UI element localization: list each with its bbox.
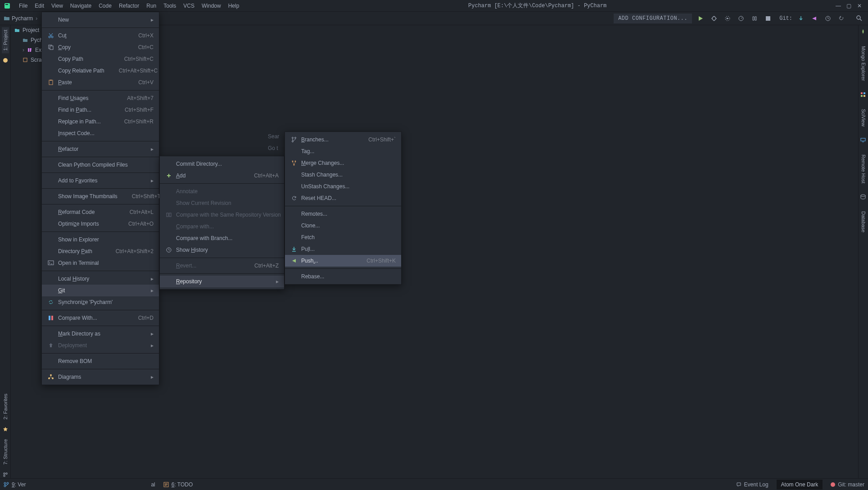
menu-vcs[interactable]: VCS — [180, 1, 198, 11]
concurrency-icon[interactable] — [750, 14, 760, 23]
context-menu-item-13[interactable]: Refactor▸ — [42, 143, 159, 155]
database-tab[interactable]: Database — [860, 209, 867, 234]
context-menu-item-0[interactable]: New▸ — [42, 14, 159, 26]
status-todo[interactable]: 6: TODO — [163, 481, 193, 488]
status-event-log[interactable]: Event Log — [736, 481, 769, 488]
menu-view[interactable]: View — [48, 1, 67, 11]
git-submenu-item-0[interactable]: Commit Directory... — [160, 158, 284, 170]
repo-submenu-item-3[interactable]: Stash Changes... — [285, 169, 401, 181]
repository-submenu[interactable]: Branches...Ctrl+Shift+`Tag...Merge Chang… — [285, 132, 402, 285]
context-menu-item-28[interactable]: Local History▸ — [42, 273, 159, 285]
window-maximize-button[interactable]: ▢ — [843, 2, 854, 10]
context-menu-item-37[interactable]: Remove BOM — [42, 355, 159, 367]
show-history-icon[interactable] — [823, 14, 833, 23]
repo-submenu-item-11[interactable]: Push...Ctrl+Shift+K — [285, 255, 401, 267]
context-menu-item-21[interactable]: Reformat CodeCtrl+Alt+L — [42, 206, 159, 218]
window-minimize-button[interactable]: — — [832, 2, 843, 10]
repo-submenu-item-9[interactable]: Fetch — [285, 231, 401, 243]
context-menu-item-39[interactable]: Diagrams▸ — [42, 371, 159, 383]
context-menu-item-4[interactable]: Copy PathCtrl+Shift+C — [42, 53, 159, 65]
status-theme[interactable]: Atom One Dark — [777, 480, 823, 490]
menu-item-label: Annotate — [176, 188, 279, 195]
window-close-button[interactable]: ✕ — [854, 2, 864, 10]
repo-submenu-item-4[interactable]: UnStash Changes... — [285, 181, 401, 192]
menu-file[interactable]: File — [15, 1, 31, 11]
breadcrumb[interactable]: Pycharm › — [4, 15, 38, 22]
context-menu-item-11[interactable]: Inspect Code... — [42, 127, 159, 139]
git-submenu-item-12[interactable]: Repository▸ — [160, 276, 284, 287]
status-version-control[interactable]: 9: 9: VerVer — [4, 481, 26, 488]
blank-icon — [47, 16, 54, 23]
context-menu-item-6[interactable]: PasteCtrl+V — [42, 77, 159, 88]
menu-edit[interactable]: Edit — [31, 1, 48, 11]
menu-help[interactable]: Help — [225, 1, 243, 11]
git-submenu-item-1[interactable]: AddCtrl+Alt+A — [160, 170, 284, 181]
context-menu-item-34[interactable]: Mark Directory as▸ — [42, 328, 159, 340]
repo-submenu-item-1[interactable]: Tag... — [285, 145, 401, 157]
context-menu-item-10[interactable]: Replace in Path...Ctrl+Shift+R — [42, 116, 159, 127]
blank-icon — [290, 210, 298, 218]
repo-submenu-item-2[interactable]: Merge Changes... — [285, 157, 401, 169]
context-menu-item-17[interactable]: Add to Favorites▸ — [42, 175, 159, 186]
mongo-icon — [860, 29, 867, 35]
menu-item-shortcut: Ctrl+Alt+A — [254, 172, 279, 179]
search-everywhere-icon[interactable] — [854, 14, 864, 23]
menu-item-label: UnStash Changes... — [301, 183, 396, 190]
menu-navigate[interactable]: Navigate — [67, 1, 95, 11]
svg-point-32 — [292, 137, 294, 139]
repo-submenu-item-13[interactable]: Rebase... — [285, 271, 401, 282]
status-terminal[interactable]: al — [151, 481, 155, 488]
favorites-tool-tab[interactable]: 2: Favorites — [2, 391, 9, 422]
repo-submenu-item-0[interactable]: Branches...Ctrl+Shift+` — [285, 134, 401, 145]
menu-item-label: Branches... — [301, 136, 354, 143]
menu-run[interactable]: Run — [143, 1, 160, 11]
repo-submenu-item-5[interactable]: Reset HEAD... — [285, 192, 401, 204]
git-submenu[interactable]: Commit Directory...AddCtrl+Alt+AAnnotate… — [159, 156, 285, 290]
context-menu-item-22[interactable]: Optimize ImportsCtrl+Alt+O — [42, 218, 159, 230]
repo-submenu-item-8[interactable]: Clone... — [285, 220, 401, 231]
context-menu-item-8[interactable]: Find UsagesAlt+Shift+7 — [42, 92, 159, 104]
remote-host-tab[interactable]: Remote Host — [860, 153, 867, 185]
update-project-icon[interactable] — [796, 14, 806, 23]
git-submenu-item-7[interactable]: Compare with Branch... — [160, 232, 284, 244]
project-tool-tab[interactable]: 1: Project — [2, 27, 9, 53]
context-menu[interactable]: New▸CutCtrl+XCopyCtrl+CCopy PathCtrl+Shi… — [41, 12, 159, 385]
profiler-icon[interactable] — [736, 14, 746, 23]
context-menu-item-15[interactable]: Clean Python Compiled Files — [42, 159, 159, 171]
context-menu-item-2[interactable]: CutCtrl+X — [42, 30, 159, 41]
context-menu-item-19[interactable]: Show Image ThumbnailsCtrl+Shift+T — [42, 191, 159, 202]
blank-icon — [290, 183, 298, 190]
context-menu-item-25[interactable]: Directory PathCtrl+Alt+Shift+2 — [42, 245, 159, 257]
rollback-icon[interactable] — [836, 14, 846, 23]
context-menu-item-29[interactable]: Git▸ — [42, 285, 159, 296]
repo-submenu-item-7[interactable]: Remotes... — [285, 208, 401, 220]
menu-item-label: Compare With... — [58, 315, 124, 321]
run-with-coverage-icon[interactable] — [723, 14, 732, 23]
run-icon[interactable] — [696, 14, 705, 23]
structure-tool-tab[interactable]: 7: Structure — [2, 436, 9, 467]
menu-refactor[interactable]: Refactor — [115, 1, 143, 11]
context-menu-item-30[interactable]: Synchronize 'Pycharm' — [42, 296, 159, 308]
git-submenu-item-8[interactable]: Show History — [160, 244, 284, 256]
context-menu-item-5[interactable]: Copy Relative PathCtrl+Alt+Shift+C — [42, 65, 159, 77]
add-configuration-button[interactable]: ADD CONFIGURATION... — [614, 14, 692, 23]
stop-icon[interactable] — [763, 14, 773, 23]
context-menu-item-3[interactable]: CopyCtrl+C — [42, 41, 159, 53]
mongo-explorer-tab[interactable]: Mongo Explorer — [860, 44, 867, 83]
context-menu-item-24[interactable]: Show in Explorer — [42, 234, 159, 245]
menu-tools[interactable]: Tools — [160, 1, 180, 11]
menu-code[interactable]: Code — [95, 1, 115, 11]
blank-icon — [47, 193, 54, 200]
status-git-branch[interactable]: Git: master — [831, 481, 864, 488]
menu-window[interactable]: Window — [198, 1, 225, 11]
menu-item-label: New — [58, 17, 147, 23]
commit-icon[interactable] — [809, 14, 819, 23]
debug-icon[interactable] — [709, 14, 719, 23]
sync-icon — [47, 299, 54, 306]
context-menu-item-26[interactable]: Open in Terminal — [42, 257, 159, 269]
sciview-tab[interactable]: SciView — [860, 107, 867, 128]
context-menu-item-32[interactable]: Compare With...Ctrl+D — [42, 312, 159, 324]
context-menu-item-9[interactable]: Find in Path...Ctrl+Shift+F — [42, 104, 159, 116]
gutter-warning-icon[interactable] — [2, 57, 9, 64]
repo-submenu-item-10[interactable]: Pull... — [285, 243, 401, 255]
